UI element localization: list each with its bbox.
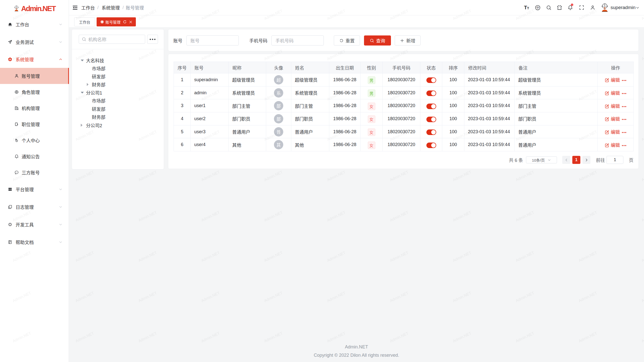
svg-text:中: 中: [536, 6, 539, 9]
